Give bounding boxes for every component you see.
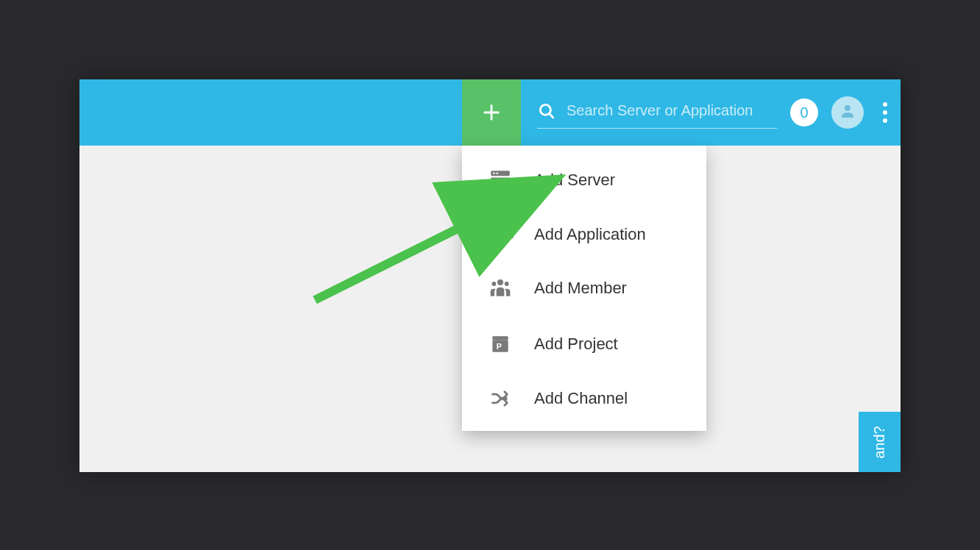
- add-menu-dropdown: Add Server WWW Add Application: [462, 146, 706, 431]
- svg-point-11: [496, 179, 498, 182]
- svg-point-8: [493, 173, 495, 175]
- svg-text:P: P: [497, 342, 502, 351]
- menu-item-add-application[interactable]: WWW Add Application: [462, 209, 706, 260]
- svg-point-9: [496, 173, 498, 175]
- plus-icon: [481, 102, 502, 123]
- menu-item-label: Add Server: [534, 171, 615, 190]
- svg-point-16: [505, 282, 509, 286]
- menu-item-label: Add Member: [534, 279, 627, 298]
- person-icon: [839, 102, 856, 123]
- svg-point-4: [845, 105, 851, 111]
- kebab-dot-icon: [883, 118, 887, 123]
- svg-rect-17: [492, 336, 508, 340]
- svg-point-15: [491, 282, 496, 286]
- members-icon: [487, 276, 514, 300]
- menu-item-label: Add Channel: [534, 389, 628, 408]
- notification-count-badge[interactable]: 0: [790, 99, 818, 126]
- svg-point-10: [493, 179, 495, 182]
- menu-item-label: Add Project: [534, 335, 618, 354]
- www-icon: WWW: [487, 229, 514, 240]
- kebab-dot-icon: [883, 102, 887, 107]
- svg-point-14: [497, 279, 503, 285]
- app-window: 0: [79, 79, 901, 472]
- toolbar: 0: [79, 79, 901, 146]
- toolbar-right: 0: [521, 96, 901, 129]
- project-icon: P: [487, 332, 514, 356]
- server-icon: [487, 168, 514, 193]
- search-icon: [537, 101, 556, 121]
- menu-item-add-project[interactable]: P Add Project: [462, 316, 706, 372]
- add-button[interactable]: [462, 79, 521, 146]
- svg-point-13: [496, 186, 498, 188]
- notification-count: 0: [800, 104, 808, 121]
- kebab-dot-icon: [883, 110, 887, 115]
- menu-item-label: Add Application: [534, 225, 646, 244]
- menu-item-add-server[interactable]: Add Server: [462, 151, 706, 209]
- menu-item-add-channel[interactable]: Add Channel: [462, 372, 706, 425]
- more-menu-button[interactable]: [877, 102, 893, 123]
- svg-line-3: [549, 113, 553, 117]
- shuffle-icon: [487, 388, 514, 409]
- search-input[interactable]: [567, 102, 777, 119]
- avatar[interactable]: [831, 96, 864, 129]
- help-tab-label: and?: [871, 426, 888, 459]
- menu-item-add-member[interactable]: Add Member: [462, 260, 706, 316]
- svg-point-12: [493, 186, 495, 188]
- search-wrap: [537, 97, 777, 129]
- help-tab[interactable]: and?: [859, 412, 901, 472]
